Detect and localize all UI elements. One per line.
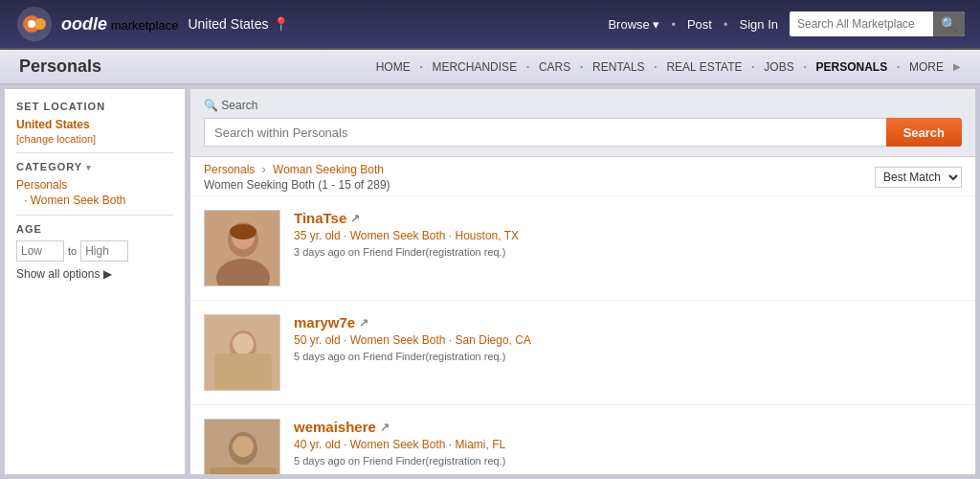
- age-inputs: to: [16, 240, 173, 262]
- age-low-input[interactable]: [16, 240, 64, 262]
- nav-jobs[interactable]: JOBS: [756, 60, 801, 74]
- page-title: Personals: [19, 57, 101, 77]
- listing-details: 35 yr. old · Women Seek Both · Houston, …: [294, 229, 962, 242]
- header-right: Browse ▾ • Post • Sign In 🔍: [608, 11, 965, 36]
- header: oodle marketplace United States 📍 Browse…: [0, 0, 980, 50]
- thumbnail-image-2: [205, 315, 280, 391]
- category-dropdown-arrow: ▾: [86, 163, 92, 172]
- search-input-row: Search: [204, 118, 962, 147]
- listing-thumbnail: [204, 314, 280, 391]
- svg-point-12: [233, 333, 254, 354]
- navbar: Personals HOME • MERCHANDISE • CARS • RE…: [0, 50, 980, 84]
- search-bar: 🔍 Search Search: [190, 89, 975, 157]
- age-high-input[interactable]: [80, 240, 128, 262]
- listing-info: TinaTse ↗ 35 yr. old · Women Seek Both ·…: [294, 210, 962, 258]
- listing-thumbnail: [204, 210, 280, 286]
- sidebar-sep2: [16, 215, 173, 216]
- svg-point-17: [233, 436, 254, 457]
- nav-cars[interactable]: CARS: [531, 60, 578, 74]
- external-link-icon: ↗: [359, 316, 368, 330]
- listing-name-link[interactable]: TinaTse ↗: [294, 210, 962, 226]
- pin-icon: 📍: [273, 16, 289, 32]
- svg-point-8: [230, 224, 256, 240]
- age-section: AGE to: [16, 223, 173, 262]
- listing-info: maryw7e ↗ 50 yr. old · Women Seek Both ·…: [294, 314, 962, 362]
- listing-name-text: maryw7e: [294, 314, 355, 331]
- post-link[interactable]: Post: [687, 17, 712, 32]
- nav-more-arrow: ▶: [953, 61, 961, 72]
- listing-meta: 5 days ago on Friend Finder(registration…: [294, 351, 962, 362]
- main-layout: SET LOCATION United States [change locat…: [0, 84, 980, 479]
- thumbnail-image-3: [205, 420, 280, 474]
- nav-dot: •: [526, 62, 529, 71]
- breadcrumb-current: Woman Seeking Both: [273, 163, 384, 176]
- signin-link[interactable]: Sign In: [740, 17, 778, 32]
- sep2: •: [724, 17, 728, 32]
- header-search-input[interactable]: [790, 11, 933, 36]
- sidebar-location-link[interactable]: United States: [16, 118, 173, 131]
- list-item: wemaishere ↗ 40 yr. old · Women Seek Bot…: [190, 405, 975, 474]
- listing-name-link[interactable]: maryw7e ↗: [294, 314, 962, 331]
- header-search: 🔍: [790, 11, 965, 36]
- nav-dot: •: [420, 62, 423, 71]
- external-link-icon: ↗: [350, 212, 360, 225]
- nav-merchandise[interactable]: MERCHANDISE: [424, 60, 524, 74]
- age-to-label: to: [68, 245, 77, 257]
- listings: TinaTse ↗ 35 yr. old · Women Seek Both ·…: [190, 196, 975, 474]
- breadcrumb: Personals › Woman Seeking Both: [204, 163, 390, 176]
- breadcrumb-sep: ›: [262, 163, 266, 176]
- header-location: United States 📍: [188, 16, 288, 32]
- svg-point-2: [34, 18, 46, 30]
- listing-meta: 5 days ago on Friend Finder(registration…: [294, 455, 962, 467]
- browse-link[interactable]: Browse ▾: [608, 17, 659, 32]
- listing-details: 50 yr. old · Women Seek Both · San Diego…: [294, 333, 962, 347]
- nav-dot: •: [655, 62, 657, 71]
- external-link-icon: ↗: [380, 421, 390, 434]
- sort-select[interactable]: Best Match Newest Oldest: [875, 167, 962, 188]
- sidebar: SET LOCATION United States [change locat…: [4, 88, 186, 475]
- age-label: AGE: [16, 223, 173, 235]
- listing-name-text: TinaTse: [294, 210, 346, 226]
- header-location-text: United States: [188, 16, 268, 32]
- breadcrumb-row: Personals › Woman Seeking Both Women See…: [190, 157, 975, 196]
- nav-home[interactable]: HOME: [368, 60, 418, 74]
- listing-details: 40 yr. old · Women Seek Both · Miami, FL: [294, 438, 962, 451]
- set-location-label: SET LOCATION: [16, 101, 173, 112]
- header-search-button[interactable]: 🔍: [933, 11, 965, 36]
- listing-thumbnail: [204, 419, 280, 474]
- nav-dot: •: [752, 62, 755, 71]
- nav-rentals[interactable]: RENTALS: [585, 60, 652, 74]
- content-area: 🔍 Search Search Personals › Woman Seekin…: [189, 88, 976, 475]
- svg-rect-13: [214, 354, 272, 391]
- category-label: CATEGORY ▾: [16, 161, 173, 172]
- logo-subtitle: marketplace: [111, 18, 179, 33]
- listing-name-link[interactable]: wemaishere ↗: [294, 419, 962, 435]
- sidebar-sep1: [16, 152, 173, 153]
- sep1: •: [671, 17, 676, 32]
- logo-area: oodle marketplace: [15, 5, 178, 43]
- listing-name-text: wemaishere: [294, 419, 376, 435]
- list-item: TinaTse ↗ 35 yr. old · Women Seek Both ·…: [190, 196, 975, 301]
- logo-text: oodle: [61, 14, 107, 34]
- nav-dot: •: [897, 62, 900, 71]
- nav-realestate[interactable]: REAL ESTATE: [658, 60, 749, 74]
- logo-svg: [15, 5, 54, 43]
- svg-point-3: [28, 20, 35, 28]
- nav-dot: •: [580, 62, 583, 71]
- search-input[interactable]: [204, 118, 886, 147]
- search-label: 🔍 Search: [204, 99, 962, 112]
- show-all-options-link[interactable]: Show all options ▶: [16, 267, 112, 281]
- breadcrumb-root-link[interactable]: Personals: [204, 163, 255, 176]
- listing-meta: 3 days ago on Friend Finder(registration…: [294, 246, 962, 258]
- women-seek-both-link[interactable]: · Women Seek Both: [24, 194, 126, 207]
- result-count: Women Seeking Both (1 - 15 of 289): [204, 178, 390, 192]
- listing-info: wemaishere ↗ 40 yr. old · Women Seek Bot…: [294, 419, 962, 467]
- change-location-link[interactable]: [change location]: [16, 133, 173, 145]
- personals-category-link[interactable]: Personals: [16, 178, 173, 192]
- svg-rect-18: [210, 468, 277, 474]
- nav-dot: •: [804, 62, 807, 71]
- thumbnail-image-1: [205, 211, 280, 286]
- nav-personals[interactable]: PERSONALS: [809, 60, 896, 74]
- nav-more[interactable]: MORE: [902, 60, 951, 74]
- search-button[interactable]: Search: [886, 118, 962, 147]
